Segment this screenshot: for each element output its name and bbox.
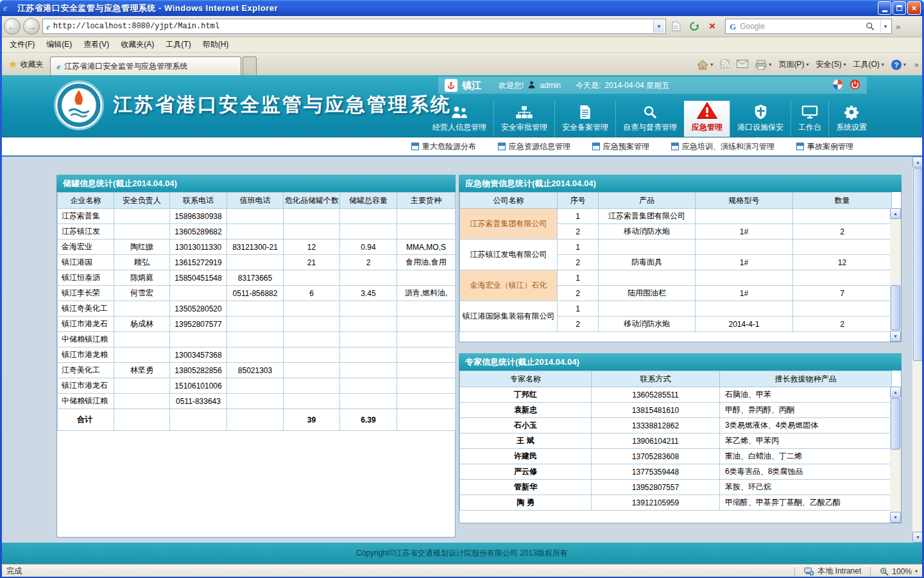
browser-tab[interactable]: e 江苏省港口安全监管与应急管理系统: [50, 57, 241, 75]
address-dropdown-button[interactable]: ▾: [653, 20, 664, 33]
sub-nav: 重大危险源分布应急资源信息管理应急预案管理应急培训、演练和演习管理事故案例管理: [0, 137, 924, 157]
feeds-button[interactable]: [720, 59, 730, 71]
refresh-button[interactable]: [687, 19, 702, 34]
table-row[interactable]: 江奇美化工林坚勇1380528285685021303: [58, 363, 456, 378]
table-row[interactable]: 管新华13952807557苯胺、环己烷: [460, 480, 892, 495]
nav-item-shield[interactable]: 港口设施保安: [730, 101, 791, 137]
table-row[interactable]: 江苏索普集15896380938: [58, 209, 456, 224]
print-button[interactable]: ▾: [755, 60, 771, 70]
table-row[interactable]: 镇江港国际集装箱有限公司1: [460, 301, 892, 317]
read-mail-button[interactable]: [737, 60, 748, 70]
maximize-button[interactable]: [893, 1, 906, 15]
document-icon: [411, 143, 419, 150]
home-shortcut-icon[interactable]: [832, 79, 843, 92]
forward-button[interactable]: →: [23, 18, 40, 35]
table-row[interactable]: 陶 勇13912105959甲缩醛、甲基异丁基酮、乙酸乙酯: [460, 495, 892, 511]
toolbar-text-buttons: 页面(P)▾安全(S)▾工具(O)▾: [778, 59, 884, 70]
search-box[interactable]: G Google ▾: [725, 19, 892, 34]
toolbar-overflow-chevron[interactable]: »: [896, 22, 900, 31]
column-header: 联系电话: [170, 193, 227, 209]
table-row[interactable]: 镇江港国顾弘13615272919212食用油,食用: [58, 255, 456, 270]
menu-item[interactable]: 查看(V): [78, 38, 115, 51]
menu-item[interactable]: 编辑(E): [40, 38, 78, 51]
chevron-down-icon: ▾: [769, 62, 771, 67]
table-header-row: 专家名称联系方式擅长救援物种产品: [460, 371, 892, 387]
table-row[interactable]: 镇江市港龙石15106101006: [58, 378, 456, 394]
table-row[interactable]: 金海宏业陶红皦1301301133083121300-21120.94MMA,M…: [58, 240, 456, 255]
toolbar-button[interactable]: 页面(P)▾: [778, 59, 809, 70]
table-row[interactable]: 江苏镇江发电有限公司1: [460, 240, 892, 255]
table-row[interactable]: 严云修137753594486类毒害品、8类腐蚀品: [460, 464, 892, 480]
table-row[interactable]: 镇江奇美化工13505280520: [58, 301, 456, 317]
table-row[interactable]: 镇江李长荣何雪宏0511-85688263.45沥青,燃料油,: [58, 286, 456, 301]
nav-item-warning[interactable]: 应急管理: [684, 101, 730, 137]
command-overflow-chevron[interactable]: »: [914, 60, 919, 69]
today-date: 2014-04-04 星期五: [604, 80, 669, 91]
table-row[interactable]: 中储粮镇江粮0511-833643: [58, 394, 456, 409]
nav-item-document[interactable]: 安全备案管理: [554, 101, 615, 137]
table-row[interactable]: 中储粮镇江粮: [58, 332, 456, 347]
menu-item[interactable]: 工具(T): [160, 38, 196, 51]
subnav-item-label: 应急培训、演练和演习管理: [682, 141, 774, 152]
table-row[interactable]: 金海宏业（镇江）石化1: [460, 270, 892, 286]
nav-item-users[interactable]: 经营人信息管理: [425, 101, 493, 137]
scroll-up-button[interactable]: ▲: [890, 387, 901, 398]
search-dropdown-button[interactable]: ▾: [880, 20, 890, 33]
scroll-thumb[interactable]: [891, 285, 900, 330]
experts-table: 专家名称联系方式擅长救援物种产品丁邦红13605285511石脑油、甲苯袁新忠1…: [459, 371, 892, 511]
nav-item-monitor[interactable]: 工作台: [791, 101, 828, 137]
table-row[interactable]: 镇江恒泰沥陈炳庭1585045154883173665: [58, 270, 456, 286]
subnav-item[interactable]: 应急培训、演练和演习管理: [671, 141, 774, 152]
chevron-down-icon: ▾: [843, 62, 846, 67]
nav-item-label: 经营人信息管理: [432, 122, 486, 133]
experts-scrollbar[interactable]: ▲ ▼: [890, 387, 901, 523]
company-cell: 金海宏业（镇江）石化: [460, 270, 558, 301]
table-row[interactable]: 镇江市港龙粮13003457368: [58, 347, 456, 363]
scroll-down-button[interactable]: ▼: [890, 512, 901, 523]
menu-item[interactable]: 帮助(H): [197, 38, 235, 51]
table-row[interactable]: 镇江市港龙石杨成林13952807577: [58, 317, 456, 332]
logout-power-icon[interactable]: [850, 79, 860, 92]
favorites-button[interactable]: ★ 收藏夹: [3, 56, 50, 73]
menu-item[interactable]: 收藏夹(A): [115, 38, 160, 51]
back-button[interactable]: ←: [4, 18, 21, 35]
window-titlebar[interactable]: e 江苏省港口安全监管与应急管理系统 - Windows Internet Ex…: [0, 0, 924, 16]
zoom-control[interactable]: 100% ▾: [880, 567, 918, 576]
compatibility-view-button[interactable]: [669, 19, 684, 34]
table-row[interactable]: 王 斌13906104211苯乙烯、甲苯丙: [460, 434, 892, 449]
nav-item-orgchart[interactable]: 安全审批管理: [493, 101, 554, 137]
table-row[interactable]: 石小玉133388128623类易燃液体、4类易燃固体: [460, 418, 892, 434]
username: admin: [540, 81, 561, 90]
tab-favicon-icon: e: [57, 62, 61, 71]
search-button[interactable]: [864, 20, 877, 33]
subnav-item[interactable]: 重大危险源分布: [411, 141, 476, 152]
table-row[interactable]: 江苏镇江发13605289682: [58, 224, 456, 240]
scroll-up-button[interactable]: ▲: [890, 208, 901, 219]
subnav-item[interactable]: 应急资源信息管理: [498, 141, 570, 152]
subnav-item[interactable]: 应急预案管理: [592, 141, 649, 152]
column-header: 安全负责人: [114, 193, 170, 209]
supplies-scrollbar[interactable]: ▲ ▼: [890, 208, 901, 342]
address-input[interactable]: e http://localhost:8080/yjpt/Main.html ▾: [42, 19, 666, 34]
stop-button[interactable]: ×: [705, 19, 720, 34]
address-url: http://localhost:8080/yjpt/Main.html: [53, 22, 650, 31]
subnav-item[interactable]: 事故案例管理: [796, 141, 853, 152]
scroll-thumb[interactable]: [891, 398, 900, 450]
table-row[interactable]: 江苏索普集团有限公司1江苏索普集团有限公司: [460, 209, 892, 224]
new-tab-stub[interactable]: [243, 57, 257, 75]
scroll-down-button[interactable]: ▼: [890, 331, 901, 342]
help-button[interactable]: ? ▾: [891, 60, 906, 70]
nav-item-gear[interactable]: 系统设置: [828, 101, 874, 137]
toolbar-button[interactable]: 安全(S)▾: [816, 59, 846, 70]
toolbar-button-label: 工具(O): [853, 59, 879, 70]
scroll-thumb[interactable]: [913, 168, 923, 361]
toolbar-button[interactable]: 工具(O)▾: [853, 59, 884, 70]
minimize-button[interactable]: [878, 1, 891, 15]
menu-item[interactable]: 文件(F): [4, 38, 40, 51]
table-row[interactable]: 许建民13705283608重油、白蜡油、丁二烯: [460, 449, 892, 464]
home-button[interactable]: ▾: [697, 60, 713, 70]
nav-item-magnifier[interactable]: 自查与督查管理: [615, 101, 684, 137]
table-row[interactable]: 丁邦红13605285511石脑油、甲苯: [460, 387, 892, 403]
close-button[interactable]: ×: [907, 1, 921, 15]
table-row[interactable]: 袁新忠13815481610甲醇、异丙醇、丙酮: [460, 403, 892, 418]
